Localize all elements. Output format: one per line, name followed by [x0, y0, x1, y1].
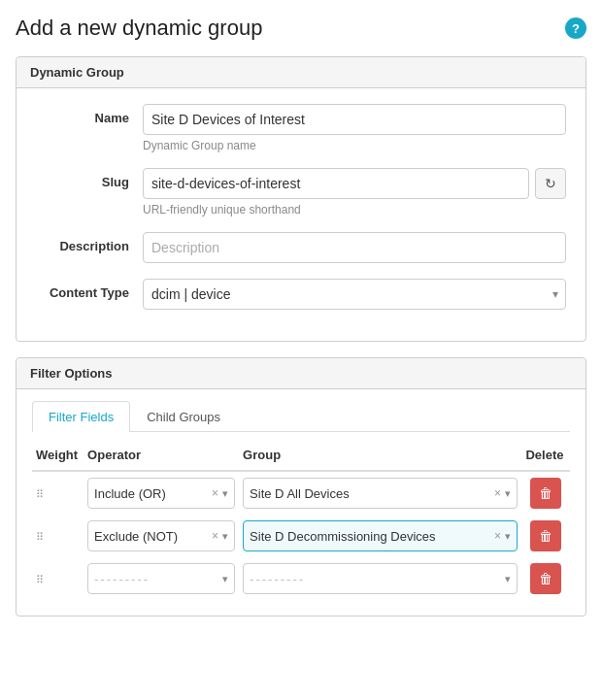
group-arrow-2: ▾: [505, 530, 511, 543]
row3-weight: ⠿: [32, 557, 84, 600]
row3-group: --------- ▾: [239, 557, 521, 600]
slug-input[interactable]: [143, 168, 529, 199]
content-type-label: Content Type: [36, 279, 143, 300]
operator-arrow-1: ▾: [222, 487, 228, 500]
drag-handle-icon[interactable]: ⠿: [36, 488, 45, 500]
tab-filter-fields[interactable]: Filter Fields: [32, 401, 130, 432]
help-icon[interactable]: ?: [565, 17, 586, 39]
table-header-row: Weight Operator Group Delete: [32, 444, 570, 471]
operator-clear-1[interactable]: ×: [212, 486, 218, 500]
content-type-control-wrap: dcim | device ▾: [143, 279, 566, 310]
description-input[interactable]: [143, 232, 566, 263]
operator-arrow-3: ▾: [222, 573, 228, 585]
filter-tabs: Filter Fields Child Groups: [32, 401, 570, 432]
tab-child-groups[interactable]: Child Groups: [130, 401, 237, 432]
filter-table: Weight Operator Group Delete ⠿ Include (…: [32, 444, 570, 600]
name-row: Name Dynamic Group name: [36, 104, 566, 152]
description-label: Description: [36, 232, 143, 253]
operator-empty-3: ---------: [94, 572, 222, 586]
operator-arrow-2: ▾: [222, 530, 228, 543]
slug-control-wrap: ↻ URL-friendly unique shorthand: [143, 168, 566, 217]
delete-button-1[interactable]: 🗑: [530, 478, 561, 509]
table-row: ⠿ --------- ▾ --------- ▾: [32, 557, 570, 600]
row2-operator: Exclude (NOT) × ▾: [84, 515, 239, 557]
name-control-wrap: Dynamic Group name: [143, 104, 566, 152]
description-row: Description: [36, 232, 566, 263]
operator-select-1[interactable]: Include (OR) × ▾: [87, 478, 235, 509]
col-header-operator: Operator: [84, 444, 239, 471]
operator-select-2[interactable]: Exclude (NOT) × ▾: [87, 520, 235, 551]
dynamic-group-card: Dynamic Group Name Dynamic Group name Sl…: [16, 56, 586, 342]
operator-value-2: Exclude (NOT): [94, 529, 208, 544]
row2-weight: ⠿: [32, 515, 84, 557]
group-clear-1[interactable]: ×: [494, 486, 501, 500]
delete-button-3[interactable]: 🗑: [530, 563, 561, 594]
group-clear-2[interactable]: ×: [494, 529, 501, 543]
group-arrow-1: ▾: [505, 487, 511, 500]
row3-operator: --------- ▾: [84, 557, 239, 600]
operator-select-3[interactable]: --------- ▾: [87, 563, 235, 594]
table-row: ⠿ Include (OR) × ▾ Site D All Devices ×: [32, 471, 570, 515]
drag-handle-icon[interactable]: ⠿: [36, 574, 45, 585]
page-title: Add a new dynamic group: [16, 16, 262, 41]
slug-row: Slug ↻ URL-friendly unique shorthand: [36, 168, 566, 217]
trash-icon-2: 🗑: [539, 528, 552, 544]
group-select-3[interactable]: --------- ▾: [243, 563, 518, 594]
row2-group: Site D Decommissioning Devices × ▾: [239, 515, 521, 557]
content-type-select[interactable]: dcim | device: [143, 279, 566, 310]
row1-weight: ⠿: [32, 471, 84, 515]
group-value-1: Site D All Devices: [250, 486, 490, 501]
name-label: Name: [36, 104, 143, 125]
group-arrow-3: ▾: [505, 573, 511, 585]
refresh-icon: ↻: [545, 176, 556, 191]
filter-options-card: Filter Options Filter Fields Child Group…: [16, 357, 586, 617]
drag-handle-icon[interactable]: ⠿: [36, 531, 45, 543]
row3-delete: 🗑: [521, 557, 570, 600]
group-empty-3: ---------: [250, 572, 505, 586]
filter-options-card-header: Filter Options: [17, 358, 585, 389]
description-control-wrap: [143, 232, 566, 263]
name-input[interactable]: [143, 104, 566, 135]
trash-icon-1: 🗑: [539, 485, 552, 501]
slug-hint: URL-friendly unique shorthand: [143, 203, 566, 217]
operator-clear-2[interactable]: ×: [212, 529, 218, 543]
dynamic-group-card-body: Name Dynamic Group name Slug ↻ URL-frien…: [17, 88, 585, 341]
name-hint: Dynamic Group name: [143, 139, 566, 152]
group-select-2[interactable]: Site D Decommissioning Devices × ▾: [243, 520, 518, 551]
content-type-select-wrap: dcim | device ▾: [143, 279, 566, 310]
operator-value-1: Include (OR): [94, 486, 208, 501]
refresh-slug-button[interactable]: ↻: [535, 168, 566, 199]
delete-button-2[interactable]: 🗑: [530, 520, 561, 551]
filter-options-card-body: Filter Fields Child Groups Weight Operat…: [17, 389, 585, 616]
col-header-group: Group: [239, 444, 521, 471]
trash-icon-3: 🗑: [539, 571, 552, 586]
row1-delete: 🗑: [521, 471, 570, 515]
row1-group: Site D All Devices × ▾: [239, 471, 521, 515]
group-select-1[interactable]: Site D All Devices × ▾: [243, 478, 518, 509]
row1-operator: Include (OR) × ▾: [84, 471, 239, 515]
slug-wrap: ↻: [143, 168, 566, 199]
content-type-row: Content Type dcim | device ▾: [36, 279, 566, 310]
col-header-weight: Weight: [32, 444, 84, 471]
col-header-delete: Delete: [521, 444, 570, 471]
slug-label: Slug: [36, 168, 143, 189]
group-value-2: Site D Decommissioning Devices: [250, 529, 490, 544]
row2-delete: 🗑: [521, 515, 570, 557]
table-row: ⠿ Exclude (NOT) × ▾ Site D Decommissioni…: [32, 515, 570, 557]
dynamic-group-card-header: Dynamic Group: [17, 57, 585, 88]
